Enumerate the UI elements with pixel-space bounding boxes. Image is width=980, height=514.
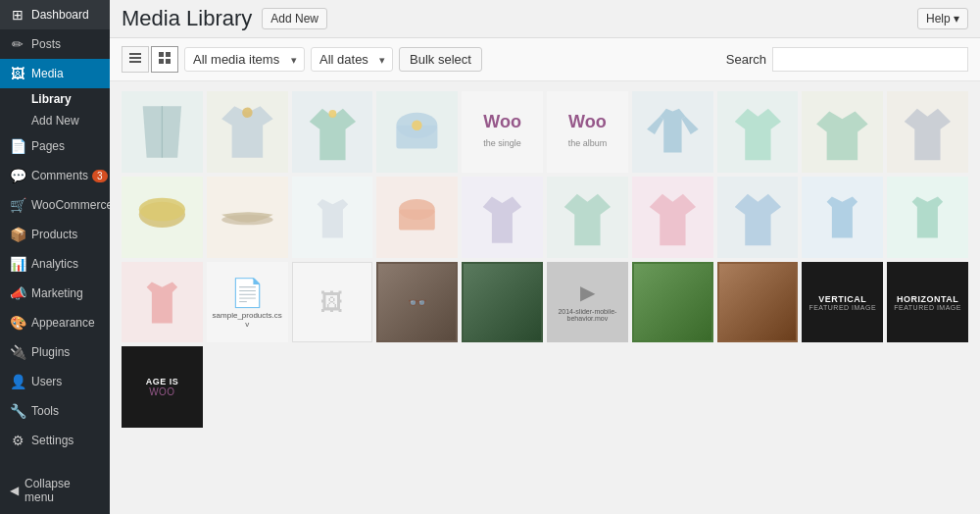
file-csv-icon: 📄 sample_products.csv <box>209 277 286 329</box>
collapse-menu-button[interactable]: ◀ Collapse menu <box>0 467 110 514</box>
sidebar-sub-add-new[interactable]: Add New <box>0 110 110 131</box>
media-photo-orange[interactable] <box>717 262 799 343</box>
media-item-19[interactable] <box>802 177 883 258</box>
list-view-icon <box>128 51 142 65</box>
woocommerce-icon: 🛒 <box>10 197 25 213</box>
file-mov-icon: ▶ 2014-slider-mobile-behavior.mov <box>549 281 626 324</box>
sidebar-item-products[interactable]: 📦 Products <box>0 220 110 249</box>
sidebar-item-media[interactable]: 🖼 Media <box>0 59 110 88</box>
svg-point-13 <box>413 121 423 131</box>
media-item-woo1[interactable]: Woothe single <box>462 91 543 173</box>
pages-icon: 📄 <box>10 138 25 154</box>
media-dark-age[interactable]: AGE IS WOO <box>122 346 203 428</box>
sidebar-item-analytics[interactable]: 📊 Analytics <box>0 249 110 279</box>
media-photo-plant[interactable] <box>462 262 543 343</box>
media-item-4[interactable] <box>376 91 458 173</box>
media-item-1[interactable] <box>122 91 203 173</box>
media-item-15[interactable] <box>462 177 543 258</box>
posts-icon: ✏ <box>10 36 25 52</box>
media-item-2[interactable] <box>207 91 288 173</box>
topbar: Media Library Add New Help ▾ <box>110 0 980 38</box>
svg-rect-1 <box>129 57 141 59</box>
dashboard-icon: ⊞ <box>10 7 25 23</box>
appearance-icon: 🎨 <box>10 315 25 331</box>
media-item-3[interactable] <box>292 91 373 173</box>
media-photo-green[interactable] <box>632 262 713 343</box>
svg-rect-6 <box>166 59 171 64</box>
svg-point-15 <box>139 198 185 222</box>
list-view-button[interactable] <box>122 46 149 73</box>
collapse-arrow-icon: ◀ <box>10 484 19 497</box>
sidebar-item-woocommerce[interactable]: 🛒 WooCommerce <box>0 190 110 220</box>
svg-rect-0 <box>129 53 141 55</box>
media-item-csv[interactable]: 📄 sample_products.csv <box>207 262 288 343</box>
media-item-11[interactable] <box>122 177 203 258</box>
svg-rect-5 <box>159 59 164 64</box>
marketing-icon: 📣 <box>10 285 25 301</box>
help-button[interactable]: Help ▾ <box>917 8 968 29</box>
sidebar-item-marketing[interactable]: 📣 Marketing <box>0 279 110 308</box>
media-item-mov[interactable]: ▶ 2014-slider-mobile-behavior.mov <box>547 262 628 343</box>
sidebar-item-tools[interactable]: 🔧 Tools <box>0 396 110 426</box>
date-filter-wrapper: All dates <box>311 47 393 72</box>
add-new-button[interactable]: Add New <box>262 8 327 29</box>
search-input[interactable] <box>772 47 968 72</box>
sidebar-item-comments[interactable]: 💬 Comments 3 <box>0 161 110 190</box>
media-photo-glasses[interactable]: 👓 <box>376 262 458 343</box>
media-dark-horizontal[interactable]: HORIZONTAL FEATURED IMAGE <box>887 262 968 343</box>
media-item-8[interactable] <box>717 91 799 173</box>
products-icon: 📦 <box>10 227 25 242</box>
woo-text-2: Woothe album <box>568 113 608 152</box>
age-label: AGE IS <box>146 377 179 386</box>
document-icon: 📄 <box>230 277 265 309</box>
csv-filename: sample_products.csv <box>209 311 286 329</box>
sidebar-item-settings[interactable]: ⚙ Settings <box>0 426 110 455</box>
media-item-17[interactable] <box>632 177 713 258</box>
sidebar-item-plugins[interactable]: 🔌 Plugins <box>0 337 110 367</box>
grid-view-button[interactable] <box>151 46 178 73</box>
sidebar-sub-library[interactable]: Library <box>0 88 110 110</box>
media-item-13[interactable] <box>292 177 373 258</box>
media-item-9[interactable] <box>802 91 883 173</box>
media-item-no-image[interactable]: 🖼 <box>292 262 373 343</box>
media-item-16[interactable] <box>547 177 628 258</box>
media-grid: Woothe single Woothe album <box>110 81 980 514</box>
media-item-21[interactable] <box>122 262 203 343</box>
tools-icon: 🔧 <box>10 403 25 419</box>
media-item-12[interactable] <box>207 177 288 258</box>
media-item-20[interactable] <box>887 177 968 258</box>
media-icon: 🖼 <box>10 66 25 81</box>
media-dark-vertical[interactable]: VERTICAL FEATURED IMAGE <box>802 262 883 343</box>
horizontal-sublabel: FEATURED IMAGE <box>894 304 961 311</box>
bulk-select-button[interactable]: Bulk select <box>399 47 482 72</box>
comments-badge: 3 <box>92 170 108 182</box>
grid-container: Woothe single Woothe album <box>122 91 968 428</box>
sidebar-item-users[interactable]: 👤 Users <box>0 367 110 396</box>
media-item-18[interactable] <box>717 177 799 258</box>
sidebar-item-posts[interactable]: ✏ Posts <box>0 29 110 59</box>
svg-rect-4 <box>166 52 171 57</box>
main-content: Media Library Add New Help ▾ <box>110 0 980 514</box>
sidebar-item-pages[interactable]: 📄 Pages <box>0 131 110 161</box>
media-item-10[interactable] <box>887 91 968 173</box>
search-label: Search <box>726 52 766 67</box>
sidebar-item-dashboard[interactable]: ⊞ Dashboard <box>0 0 110 29</box>
sidebar-item-appearance[interactable]: 🎨 Appearance <box>0 308 110 337</box>
settings-icon: ⚙ <box>10 433 25 448</box>
view-toggle <box>122 46 178 73</box>
users-icon: 👤 <box>10 374 25 389</box>
date-filter-select[interactable]: All dates <box>311 47 393 72</box>
vertical-label: VERTICAL <box>818 294 866 304</box>
sidebar: ⊞ Dashboard ✏ Posts 🖼 Media Library Add … <box>0 0 110 514</box>
page-title: Media Library <box>122 6 252 31</box>
filter-bar: All media items All dates Bulk select Se… <box>110 38 980 81</box>
vertical-sublabel: FEATURED IMAGE <box>808 304 876 311</box>
svg-point-9 <box>242 107 253 118</box>
media-filter-select[interactable]: All media items <box>184 47 305 72</box>
no-image-icon: 🖼 <box>320 288 344 316</box>
comments-icon: 💬 <box>10 168 25 183</box>
media-item-woo2[interactable]: Woothe album <box>547 91 628 173</box>
media-item-14[interactable] <box>376 177 458 258</box>
svg-point-10 <box>328 110 336 118</box>
media-item-7[interactable] <box>632 91 713 173</box>
